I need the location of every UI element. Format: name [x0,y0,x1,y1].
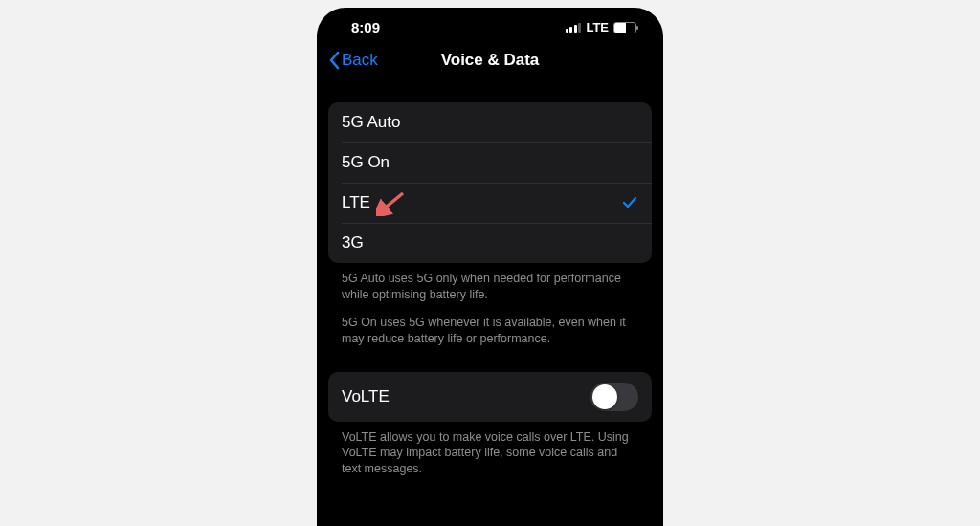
content-area: 5G Auto 5G On LTE [317,102,663,485]
footer-text-2: 5G On uses 5G whenever it is available, … [342,315,638,347]
network-options-footer: 5G Auto uses 5G only when needed for per… [328,263,652,355]
toggle-knob [592,384,617,409]
volte-group: VoLTE [328,372,652,422]
volte-footer-text: VoLTE allows you to make voice calls ove… [342,429,638,478]
phone-frame: 8:09 LTE 53 Back Voice & Data 5G Auto 5G [317,8,663,526]
battery-icon: 53 [613,22,636,33]
option-lte[interactable]: LTE [328,183,652,223]
back-label: Back [342,51,378,70]
annotation-arrow-icon [376,191,407,216]
option-label: 3G [342,233,364,252]
volte-footer: VoLTE allows you to make voice calls ove… [328,422,652,486]
svg-line-0 [382,193,403,210]
status-indicators: LTE 53 [566,20,636,34]
checkmark-icon [621,194,638,211]
chevron-left-icon [328,51,340,70]
option-label: 5G On [342,153,390,172]
network-label: LTE [586,20,609,34]
footer-text-1: 5G Auto uses 5G only when needed for per… [342,271,638,303]
option-label: LTE [342,193,370,212]
option-5g-auto[interactable]: 5G Auto [328,102,652,142]
page-title: Voice & Data [441,51,540,70]
status-bar: 8:09 LTE 53 [317,8,663,43]
nav-bar: Back Voice & Data [317,43,663,85]
option-label: 5G Auto [342,113,400,132]
network-options-group: 5G Auto 5G On LTE [328,102,652,263]
back-button[interactable]: Back [328,51,378,70]
signal-icon [566,23,582,33]
option-5g-on[interactable]: 5G On [328,142,652,183]
volte-toggle[interactable] [590,383,638,411]
battery-level: 53 [620,23,630,33]
option-3g[interactable]: 3G [328,223,652,263]
status-time: 8:09 [344,19,380,35]
volte-label: VoLTE [342,387,390,406]
volte-row[interactable]: VoLTE [328,372,652,422]
